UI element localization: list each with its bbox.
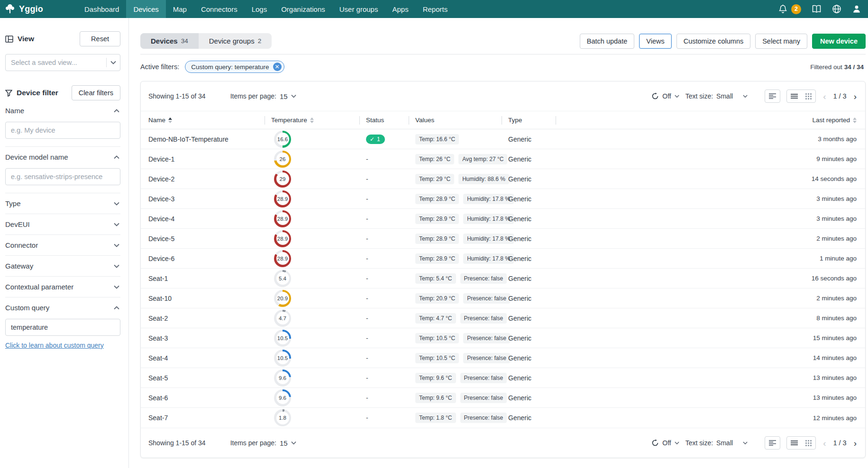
text-size-value[interactable]: Small <box>716 439 733 447</box>
filter-section-connector-header[interactable]: Connector <box>5 235 120 255</box>
filter-section-gateway-header[interactable]: Gateway <box>5 256 120 276</box>
table-row[interactable]: Seat-1 5.4 - Temp: 5.4 °CPresence: false… <box>141 269 865 288</box>
device-name-cell[interactable]: Device-6 <box>148 255 265 262</box>
filter-section-device-model-header[interactable]: Device model name <box>5 147 120 167</box>
notifications-bell-icon[interactable] <box>778 4 787 14</box>
refresh-icon[interactable] <box>651 439 659 447</box>
device-name[interactable]: Seat-10 <box>148 295 172 302</box>
select-many-button[interactable]: Select many <box>755 34 807 49</box>
device-model-filter-input[interactable] <box>5 168 120 185</box>
table-row[interactable]: Device-3 28.9 - Temp: 28.9 °CHumidity: 1… <box>141 189 865 209</box>
device-name[interactable]: Device-6 <box>148 255 174 262</box>
nav-item-connectors[interactable]: Connectors <box>194 0 245 18</box>
sort-toggle-icon[interactable] <box>310 117 314 123</box>
device-name[interactable]: Device-4 <box>148 215 174 223</box>
user-account-icon[interactable] <box>852 4 861 14</box>
text-size-control[interactable]: Text size: Small <box>685 439 748 447</box>
next-page-chevron-icon[interactable]: › <box>853 92 858 101</box>
device-name-cell[interactable]: Seat-3 <box>148 334 265 342</box>
device-name-cell[interactable]: Seat-5 <box>148 374 265 382</box>
text-size-value[interactable]: Small <box>716 92 733 100</box>
device-name-cell[interactable]: Device-3 <box>148 195 265 203</box>
list-view-button[interactable] <box>787 94 802 99</box>
table-row[interactable]: Seat-6 9.6 - Temp: 9.6 °CPresence: false… <box>141 388 865 408</box>
saved-view-select[interactable] <box>5 54 120 71</box>
column-header-temperature[interactable]: Temperature <box>265 111 359 129</box>
device-name[interactable]: Seat-6 <box>148 394 168 402</box>
chevron-up-icon[interactable] <box>114 155 119 159</box>
column-header-name[interactable]: Name <box>148 111 265 129</box>
device-name-cell[interactable]: Demo-NB-IoT-Temperature <box>148 135 265 143</box>
device-name[interactable]: Seat-5 <box>148 374 168 382</box>
device-name-cell[interactable]: Seat-7 <box>148 414 265 422</box>
auto-refresh-control[interactable]: Off <box>651 439 679 447</box>
device-name-cell[interactable]: Seat-2 <box>148 315 265 322</box>
device-name-cell[interactable]: Seat-10 <box>148 295 265 302</box>
chevron-up-icon[interactable] <box>114 109 119 113</box>
device-name-cell[interactable]: Seat-4 <box>148 354 265 362</box>
device-name[interactable]: Demo-NB-IoT-Temperature <box>148 135 228 143</box>
chevron-down-icon[interactable] <box>114 264 119 268</box>
device-name[interactable]: Seat-7 <box>148 414 168 422</box>
chevron-down-icon[interactable] <box>675 441 679 445</box>
nav-item-logs[interactable]: Logs <box>245 0 274 18</box>
nav-item-apps[interactable]: Apps <box>385 0 415 18</box>
nav-item-dashboard[interactable]: Dashboard <box>77 0 126 18</box>
docs-book-icon[interactable] <box>812 5 822 13</box>
custom-query-input[interactable] <box>5 319 120 336</box>
device-name[interactable]: Seat-1 <box>148 275 168 282</box>
batch-update-button[interactable]: Batch update <box>580 34 634 49</box>
chevron-down-icon[interactable] <box>291 441 296 445</box>
table-row[interactable]: Seat-4 10.5 - Temp: 10.5 °CPresence: fal… <box>141 348 865 368</box>
device-name-cell[interactable]: Device-1 <box>148 155 265 163</box>
nav-item-user-groups[interactable]: User groups <box>332 0 385 18</box>
table-row[interactable]: Seat-3 10.5 - Temp: 10.5 °CPresence: fal… <box>141 328 865 348</box>
table-row[interactable]: Demo-NB-IoT-Temperature 16.6 ✓1 Temp: 16… <box>141 129 865 149</box>
chevron-down-icon[interactable] <box>743 94 748 98</box>
notification-count-badge[interactable]: 2 <box>791 4 801 14</box>
table-row[interactable]: Seat-5 9.6 - Temp: 9.6 °CPresence: false… <box>141 368 865 388</box>
auto-refresh-control[interactable]: Off <box>651 92 679 100</box>
customize-columns-button[interactable]: Customize columns <box>676 34 751 49</box>
language-globe-icon[interactable] <box>832 4 841 14</box>
nav-item-devices[interactable]: Devices <box>126 0 165 18</box>
compact-list-view-button[interactable] <box>765 90 780 103</box>
chevron-down-icon[interactable] <box>114 243 119 247</box>
nav-item-organizations[interactable]: Organizations <box>274 0 332 18</box>
chevron-down-icon[interactable] <box>743 441 748 445</box>
saved-view-input[interactable] <box>5 54 120 71</box>
filter-section-custom-query-header[interactable]: Custom query <box>5 297 120 318</box>
chevron-up-icon[interactable] <box>114 306 119 310</box>
device-name[interactable]: Seat-3 <box>148 334 168 342</box>
filter-section-deveui-header[interactable]: DevEUI <box>5 214 120 234</box>
device-name[interactable]: Seat-2 <box>148 315 168 322</box>
column-header-last-reported[interactable]: Last reported <box>775 111 858 129</box>
auto-refresh-value[interactable]: Off <box>662 92 671 100</box>
chevron-down-icon[interactable] <box>114 285 119 289</box>
column-header-values[interactable]: Values <box>409 111 502 129</box>
table-row[interactable]: Device-4 28.9 - Temp: 28.9 °CHumidity: 1… <box>141 209 865 229</box>
chevron-down-icon[interactable] <box>675 94 679 98</box>
table-row[interactable]: Device-1 26 - Temp: 26 °CAvg temp: 27 °C… <box>141 149 865 169</box>
compact-list-view-button[interactable] <box>765 436 780 450</box>
prev-page-chevron-icon[interactable]: ‹ <box>822 92 827 101</box>
table-row[interactable]: Seat-2 4.7 - Temp: 4.7 °CPresence: false… <box>141 308 865 328</box>
next-page-chevron-icon[interactable]: › <box>853 439 858 448</box>
reset-button[interactable]: Reset <box>80 31 120 46</box>
device-name[interactable]: Seat-4 <box>148 354 168 362</box>
device-name-cell[interactable]: Seat-1 <box>148 275 265 282</box>
chevron-down-icon[interactable] <box>291 94 296 98</box>
nav-item-map[interactable]: Map <box>166 0 194 18</box>
device-name[interactable]: Device-1 <box>148 155 174 163</box>
text-size-control[interactable]: Text size: Small <box>685 92 748 100</box>
table-row[interactable]: Seat-7 1.8 - Temp: 1.8 °CPresence: false… <box>141 408 865 428</box>
filter-section-type-header[interactable]: Type <box>5 193 120 214</box>
name-filter-input[interactable] <box>5 122 120 139</box>
device-name[interactable]: Device-2 <box>148 175 174 183</box>
items-per-page-value[interactable]: 15 <box>280 92 288 100</box>
chevron-down-icon[interactable] <box>114 202 119 206</box>
sort-toggle-icon[interactable] <box>168 117 172 123</box>
brand[interactable]: Yggio <box>0 0 50 18</box>
tab-device-groups[interactable]: Device groups 2 <box>199 33 272 49</box>
remove-filter-close-icon[interactable]: ✕ <box>273 63 282 71</box>
